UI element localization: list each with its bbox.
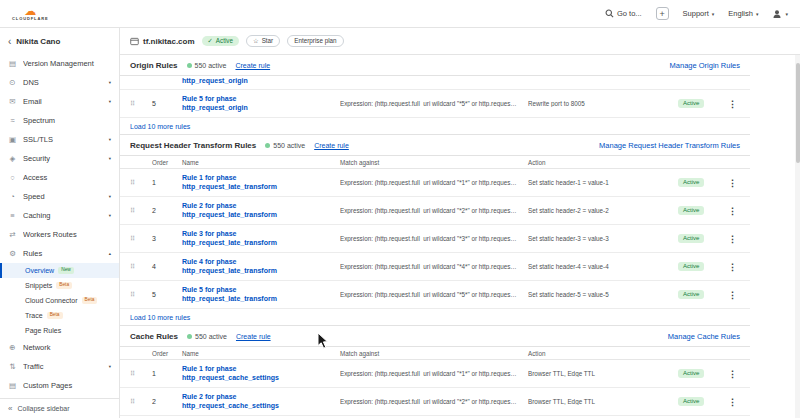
collapse-sidebar-button[interactable]: « Collapse sidebar: [0, 398, 119, 418]
sidebar-item-access[interactable]: ○ Access: [0, 168, 119, 187]
nav-label: Snippets: [25, 282, 52, 289]
cloudflare-logo[interactable]: ☁ CLOUDFLARE: [12, 7, 49, 21]
kebab-menu-icon[interactable]: ⋮: [728, 206, 740, 216]
rule-name-link[interactable]: Rule 3 for phase http_request_late_trans…: [182, 230, 332, 247]
back-icon[interactable]: ‹: [8, 36, 11, 47]
rule-name-link[interactable]: Rule 5 for phase http_request_late_trans…: [182, 286, 332, 303]
sidebar-nav: ▤ Version Management ⊙ DNS ▾ ✉ Email ▾ ≈…: [0, 54, 119, 398]
sidebar-item-rules[interactable]: ⚙ Rules ▴: [0, 244, 119, 263]
table-row: ⠿ 5 Rule 5 for phase http_request_late_t…: [120, 281, 750, 309]
sidebar-item-snippets[interactable]: Snippets Beta: [0, 278, 119, 293]
rule-name-line2: http_request_origin: [182, 104, 332, 113]
manage-request-header-transform-rules-link[interactable]: Manage Request Header Transform Rules: [599, 141, 740, 150]
nav-label: Caching: [23, 211, 103, 220]
rule-name-line1: Rule 1 for phase: [182, 174, 332, 183]
rule-name-link[interactable]: Rule 2 for phase http_request_cache_sett…: [182, 393, 332, 410]
vertical-scrollbar[interactable]: [795, 55, 800, 418]
kebab-menu-icon[interactable]: ⋮: [728, 262, 740, 272]
status-badge: Active: [678, 234, 704, 244]
sidebar-item-email[interactable]: ✉ Email ▾: [0, 92, 119, 111]
kebab-menu-icon[interactable]: ⋮: [728, 290, 740, 300]
sidebar-item-spectrum[interactable]: ≈ Spectrum: [0, 111, 119, 130]
collapse-label: Collapse sidebar: [17, 405, 69, 412]
kebab-menu-icon[interactable]: ⋮: [728, 369, 740, 379]
sidebar: ‹ Nikita Cano ▤ Version Management ⊙ DNS…: [0, 28, 120, 418]
create-rule-link[interactable]: Create rule: [236, 333, 271, 340]
rule-name-link[interactable]: Rule 1 for phase http_request_cache_sett…: [182, 365, 332, 382]
add-site-button[interactable]: +: [656, 7, 669, 20]
sidebar-item-security[interactable]: ◈ Security ▾: [0, 149, 119, 168]
drag-handle-icon[interactable]: ⠿: [130, 179, 144, 187]
dns-icon: ⊙: [8, 78, 17, 87]
status-badge: Active: [678, 397, 704, 407]
sidebar-item-caching[interactable]: ≡ Caching ▾: [0, 206, 119, 225]
account-menu[interactable]: ▾: [772, 9, 788, 19]
manage-cache-rules-link[interactable]: Manage Cache Rules: [668, 332, 740, 341]
drag-handle-icon[interactable]: ⠿: [130, 370, 144, 378]
sidebar-item-workers-routes[interactable]: ⇄ Workers Routes: [0, 225, 119, 244]
rule-name-link[interactable]: Rule 2 for phase http_request_late_trans…: [182, 202, 332, 219]
sidebar-item-version-management[interactable]: ▤ Version Management: [0, 54, 119, 73]
goto-search[interactable]: Go to...: [605, 9, 642, 18]
sidebar-item-network[interactable]: ⊕ Network: [0, 338, 119, 357]
chevron-icon: ▾: [109, 80, 111, 85]
rule-name-link[interactable]: Rule 1 for phase http_request_late_trans…: [182, 174, 332, 191]
drag-handle-icon[interactable]: ⠿: [130, 235, 144, 243]
rule-name-link[interactable]: Rule 4 for phase http_request_late_trans…: [182, 258, 332, 275]
drag-handle-icon[interactable]: ⠿: [130, 291, 144, 299]
status-badge: Active: [678, 290, 704, 300]
kebab-menu-icon[interactable]: ⋮: [728, 178, 740, 188]
rule-name-link[interactable]: http_request_origin: [182, 77, 332, 86]
active-dot-icon: [187, 334, 192, 339]
star-button[interactable]: ☆ Star: [246, 35, 280, 48]
rule-name-link[interactable]: Rule 5 for phase http_request_origin: [182, 95, 332, 112]
rule-name-line2: http_request_cache_settings: [182, 402, 332, 411]
drag-handle-icon[interactable]: ⠿: [130, 100, 144, 108]
scrollbar-thumb[interactable]: [796, 63, 800, 163]
rule-name-line2: http_request_late_transform: [182, 295, 332, 304]
nav-label: DNS: [23, 78, 103, 87]
table-row: ⠿ 3 Rule 3 for phase http_request_late_t…: [120, 225, 750, 253]
nav-label: Network: [23, 343, 105, 352]
active-count-label: 550 active: [195, 62, 227, 69]
user-icon: [772, 9, 782, 19]
kebab-menu-icon[interactable]: ⋮: [728, 397, 740, 407]
sidebar-item-speed[interactable]: ◔ Speed ▾: [0, 187, 119, 206]
sidebar-item-traffic[interactable]: ⇅ Traffic ▾: [0, 357, 119, 376]
table-row: ⠿ 1 Rule 1 for phase http_request_late_t…: [120, 169, 750, 197]
rule-match: Expression: (http.request.full_uri wildc…: [340, 263, 520, 270]
create-rule-link[interactable]: Create rule: [314, 142, 349, 149]
check-icon: ✓: [208, 37, 213, 45]
rule-name-line2: http_request_origin: [182, 77, 332, 86]
column-action: Action: [528, 159, 670, 166]
active-dot-icon: [187, 63, 192, 68]
sidebar-item-page-rules[interactable]: Page Rules: [0, 323, 119, 338]
drag-handle-icon[interactable]: ⠿: [130, 207, 144, 215]
manage-origin-rules-link[interactable]: Manage Origin Rules: [670, 61, 740, 70]
sidebar-item-dns[interactable]: ⊙ DNS ▾: [0, 73, 119, 92]
kebab-menu-icon[interactable]: ⋮: [728, 99, 740, 109]
sidebar-item-trace[interactable]: Trace Beta: [0, 308, 119, 323]
sidebar-item-ssl-tls[interactable]: ▣ SSL/TLS ▾: [0, 130, 119, 149]
account-header[interactable]: ‹ Nikita Cano: [0, 28, 119, 50]
create-rule-link[interactable]: Create rule: [235, 62, 270, 69]
rules-content: Origin Rules 550 active Create rule Mana…: [120, 55, 800, 418]
nav-label: Access: [23, 173, 105, 182]
active-count: 550 active: [187, 62, 227, 69]
rule-name-line1: Rule 3 for phase: [182, 230, 332, 239]
sidebar-item-custom-pages[interactable]: ▤ Custom Pages: [0, 376, 119, 395]
load-more-link[interactable]: Load 10 more rules: [130, 314, 190, 321]
sidebar-item-cloud-connector[interactable]: Cloud Connector Beta: [0, 293, 119, 308]
sidebar-item-overview[interactable]: Overview New: [0, 263, 119, 278]
workers-routes-icon: ⇄: [8, 230, 17, 239]
drag-handle-icon[interactable]: ⠿: [130, 263, 144, 271]
load-more-link[interactable]: Load 10 more rules: [130, 123, 190, 130]
support-menu[interactable]: Support ▾: [683, 9, 715, 18]
rule-action: Set static header-4 = value-4: [528, 263, 670, 270]
chevron-down-icon: ▾: [712, 11, 715, 17]
kebab-menu-icon[interactable]: ⋮: [728, 234, 740, 244]
drag-handle-icon[interactable]: ⠿: [130, 398, 144, 406]
language-menu[interactable]: English ▾: [728, 9, 758, 18]
active-count-label: 550 active: [195, 333, 227, 340]
nav-label: Workers Routes: [23, 230, 105, 239]
